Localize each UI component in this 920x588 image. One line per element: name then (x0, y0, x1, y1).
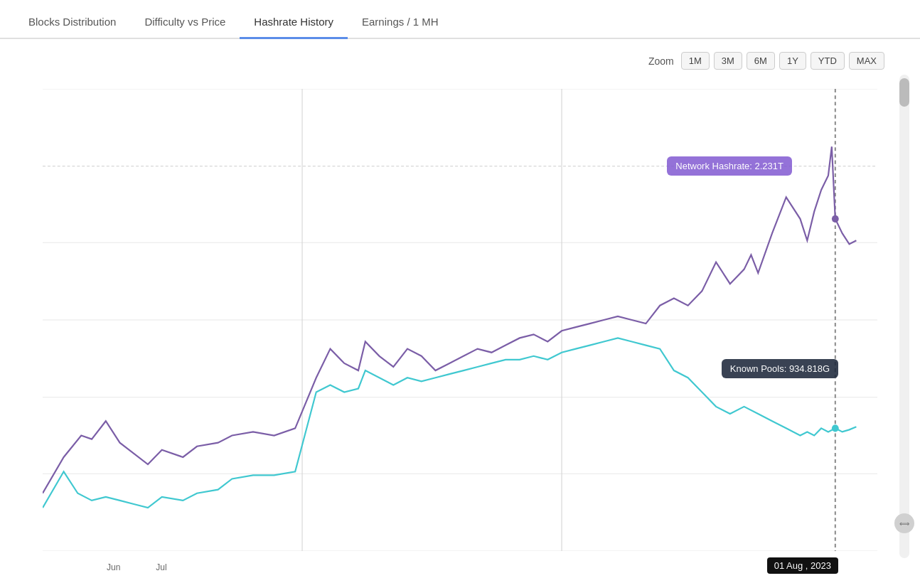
scrollbar-thumb[interactable] (899, 78, 909, 107)
zoom-ytd[interactable]: YTD (811, 52, 845, 70)
x-label-jul: Jul (156, 562, 166, 572)
scrollbar[interactable]: ⟺ (888, 75, 920, 558)
zoom-controls: Zoom 1M 3M 6M 1Y YTD MAX (648, 52, 884, 70)
tab-earnings-1mh[interactable]: Earnings / 1 MH (348, 7, 453, 38)
zoom-1y[interactable]: 1Y (779, 52, 806, 70)
chart-area: Network Hashrate: 2.231T Known Pools: 93… (43, 89, 877, 572)
zoom-1m[interactable]: 1M (681, 52, 710, 70)
zoom-3m[interactable]: 3M (714, 52, 742, 70)
scrollbar-track[interactable] (899, 75, 909, 558)
tabs-bar: Blocks Distribution Difficulty vs Price … (0, 0, 920, 39)
svg-point-11 (832, 424, 839, 432)
date-label: 01 Aug , 2023 (767, 557, 838, 574)
tab-hashrate-history[interactable]: Hashrate History (240, 7, 348, 38)
chart-svg (43, 89, 877, 551)
zoom-label: Zoom (648, 55, 674, 67)
zoom-6m[interactable]: 6M (747, 52, 775, 70)
svg-point-10 (832, 215, 839, 223)
scrollbar-bottom-button[interactable]: ⟺ (894, 513, 914, 533)
tab-difficulty-vs-price[interactable]: Difficulty vs Price (130, 7, 240, 38)
x-label-jun: Jun (107, 562, 120, 572)
zoom-max[interactable]: MAX (849, 52, 884, 70)
tab-blocks-distribution[interactable]: Blocks Distribution (14, 7, 130, 38)
chart-container: Zoom 1M 3M 6M 1Y YTD MAX 3T 2.5T 2T 1.5T… (0, 39, 920, 588)
